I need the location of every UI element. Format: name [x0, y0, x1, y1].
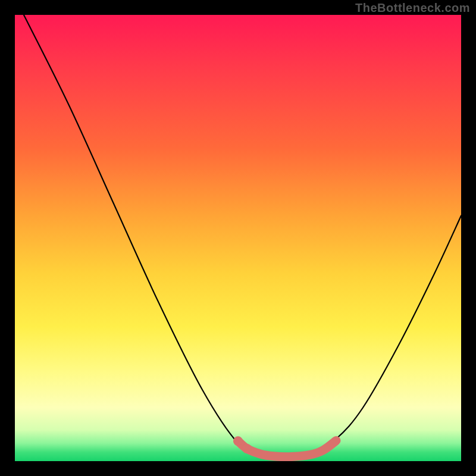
- bottleneck-curve: [24, 15, 461, 457]
- plot-frame: [15, 15, 461, 461]
- chart-container: TheBottleneck.com: [0, 0, 476, 476]
- curve-layer: [15, 15, 461, 461]
- highlight-dot: [233, 436, 243, 446]
- watermark-text: TheBottleneck.com: [355, 1, 470, 15]
- optimal-zone-highlight: [238, 441, 336, 457]
- highlight-dot: [242, 444, 252, 453]
